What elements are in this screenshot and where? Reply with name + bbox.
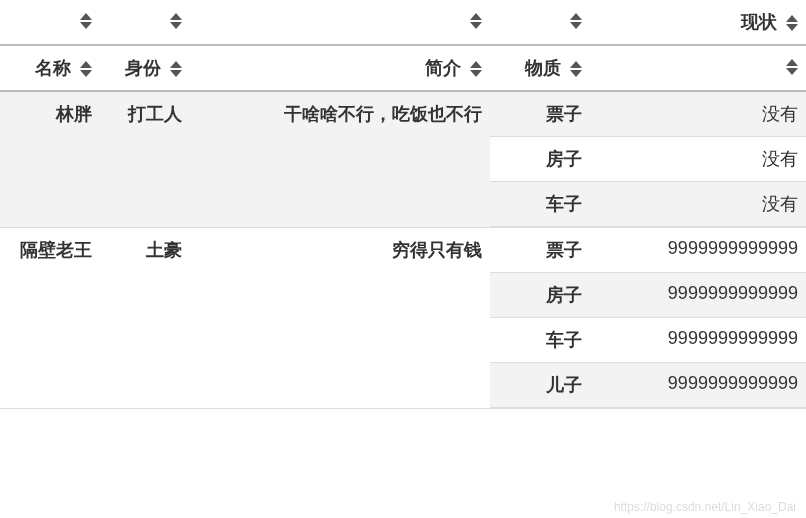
nested-row: 儿子 9999999999999 bbox=[490, 363, 806, 408]
cell-items: 票子 没有 房子 没有 车子 没有 bbox=[490, 91, 806, 228]
item-value: 9999999999999 bbox=[590, 273, 806, 318]
nested-row: 票子 9999999999999 bbox=[490, 228, 806, 273]
table-row: 隔壁老王 土豪 穷得只有钱 票子 9999999999999 房子 999999… bbox=[0, 228, 806, 409]
sort-icon[interactable] bbox=[170, 13, 182, 29]
cell-role: 打工人 bbox=[100, 91, 190, 228]
item-label: 房子 bbox=[490, 137, 590, 182]
header-row-top: 现状 bbox=[0, 0, 806, 45]
sort-icon[interactable] bbox=[786, 59, 798, 75]
header-row-sub: 名称 身份 简介 物质 bbox=[0, 45, 806, 91]
header-blank-2[interactable] bbox=[100, 0, 190, 45]
header-status[interactable]: 现状 bbox=[590, 0, 806, 45]
nested-row: 车子 9999999999999 bbox=[490, 318, 806, 363]
header-item[interactable]: 物质 bbox=[490, 45, 590, 91]
header-blank-4[interactable] bbox=[490, 0, 590, 45]
header-intro-label: 简介 bbox=[425, 58, 461, 78]
nested-table: 票子 没有 房子 没有 车子 没有 bbox=[490, 92, 806, 227]
table-body: 林胖 打工人 干啥啥不行，吃饭也不行 票子 没有 房子 没有 车子 bbox=[0, 91, 806, 409]
table-row: 林胖 打工人 干啥啥不行，吃饭也不行 票子 没有 房子 没有 车子 bbox=[0, 91, 806, 228]
cell-intro: 干啥啥不行，吃饭也不行 bbox=[190, 91, 490, 228]
header-role[interactable]: 身份 bbox=[100, 45, 190, 91]
cell-intro: 穷得只有钱 bbox=[190, 228, 490, 409]
item-value: 9999999999999 bbox=[590, 228, 806, 273]
header-name[interactable]: 名称 bbox=[0, 45, 100, 91]
cell-role: 土豪 bbox=[100, 228, 190, 409]
item-value: 没有 bbox=[590, 137, 806, 182]
cell-items: 票子 9999999999999 房子 9999999999999 车子 999… bbox=[490, 228, 806, 409]
nested-table: 票子 9999999999999 房子 9999999999999 车子 999… bbox=[490, 228, 806, 408]
item-label: 票子 bbox=[490, 228, 590, 273]
cell-name: 隔壁老王 bbox=[0, 228, 100, 409]
cell-name: 林胖 bbox=[0, 91, 100, 228]
item-label: 车子 bbox=[490, 318, 590, 363]
item-label: 房子 bbox=[490, 273, 590, 318]
header-role-label: 身份 bbox=[125, 58, 161, 78]
nested-row: 票子 没有 bbox=[490, 92, 806, 137]
sort-icon[interactable] bbox=[570, 13, 582, 29]
item-label: 票子 bbox=[490, 92, 590, 137]
header-item-label: 物质 bbox=[525, 58, 561, 78]
header-status-label: 现状 bbox=[741, 12, 777, 32]
header-blank-1[interactable] bbox=[0, 0, 100, 45]
sort-icon[interactable] bbox=[470, 61, 482, 77]
sort-icon[interactable] bbox=[470, 13, 482, 29]
nested-row: 房子 9999999999999 bbox=[490, 273, 806, 318]
item-value: 9999999999999 bbox=[590, 318, 806, 363]
item-label: 儿子 bbox=[490, 363, 590, 408]
item-value: 没有 bbox=[590, 92, 806, 137]
item-value: 9999999999999 bbox=[590, 363, 806, 408]
sort-icon[interactable] bbox=[786, 15, 798, 31]
header-blank-3[interactable] bbox=[190, 0, 490, 45]
header-name-label: 名称 bbox=[35, 58, 71, 78]
sort-icon[interactable] bbox=[170, 61, 182, 77]
header-status-sub[interactable] bbox=[590, 45, 806, 91]
sort-icon[interactable] bbox=[570, 61, 582, 77]
nested-row: 房子 没有 bbox=[490, 137, 806, 182]
data-table: 现状 名称 身份 简介 物质 bbox=[0, 0, 806, 409]
header-intro[interactable]: 简介 bbox=[190, 45, 490, 91]
nested-row: 车子 没有 bbox=[490, 182, 806, 227]
sort-icon[interactable] bbox=[80, 61, 92, 77]
item-value: 没有 bbox=[590, 182, 806, 227]
sort-icon[interactable] bbox=[80, 13, 92, 29]
item-label: 车子 bbox=[490, 182, 590, 227]
